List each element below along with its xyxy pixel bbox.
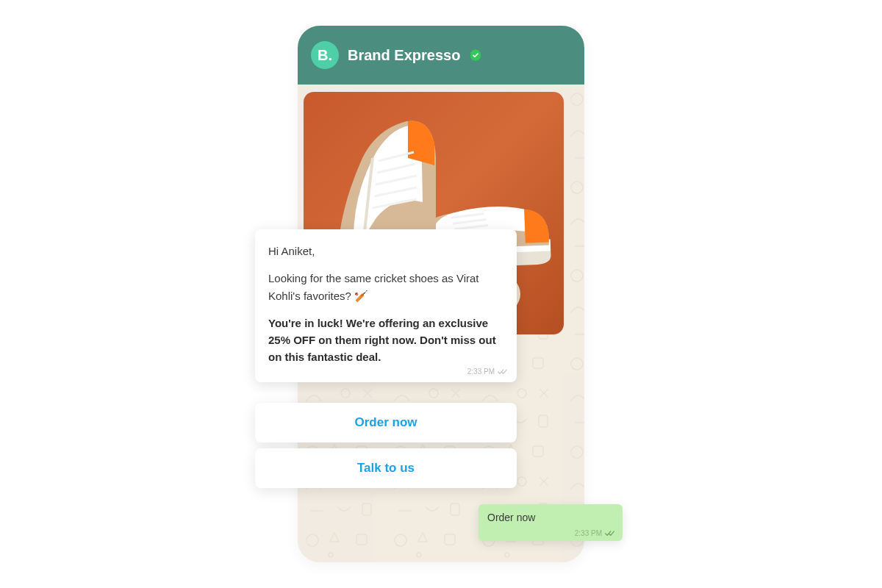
double-check-icon xyxy=(605,530,615,537)
brand-avatar[interactable]: B. xyxy=(311,41,339,69)
message-body-line: Looking for the same cricket shoes as Vi… xyxy=(268,270,503,304)
avatar-initial: B. xyxy=(318,47,332,64)
message-bold-offer: You're in luck! We're offering an exclus… xyxy=(268,315,503,366)
message-timestamp-row: 2:33 PM xyxy=(467,366,508,378)
talk-to-us-label: Talk to us xyxy=(357,461,415,476)
order-now-label: Order now xyxy=(354,415,417,430)
talk-to-us-button[interactable]: Talk to us xyxy=(255,448,517,488)
cricket-emoji-icon: 🏏 xyxy=(354,290,368,302)
brand-name-label: Brand Expresso xyxy=(348,47,460,64)
verified-badge-icon xyxy=(469,49,482,62)
message-greeting: Hi Aniket, xyxy=(268,243,503,259)
reply-timestamp: 2:33 PM xyxy=(575,529,602,537)
reply-text: Order now xyxy=(487,512,535,523)
message-timestamp: 2:33 PM xyxy=(467,366,495,378)
chat-header: B. Brand Expresso xyxy=(298,26,584,85)
outgoing-reply-bubble: Order now 2:33 PM xyxy=(478,504,623,541)
reply-timestamp-row: 2:33 PM xyxy=(575,529,615,537)
double-check-icon xyxy=(498,368,508,376)
order-now-button[interactable]: Order now xyxy=(255,403,517,442)
message-body-text: Looking for the same cricket shoes as Vi… xyxy=(268,272,479,301)
incoming-message-card: Hi Aniket, Looking for the same cricket … xyxy=(255,229,517,382)
